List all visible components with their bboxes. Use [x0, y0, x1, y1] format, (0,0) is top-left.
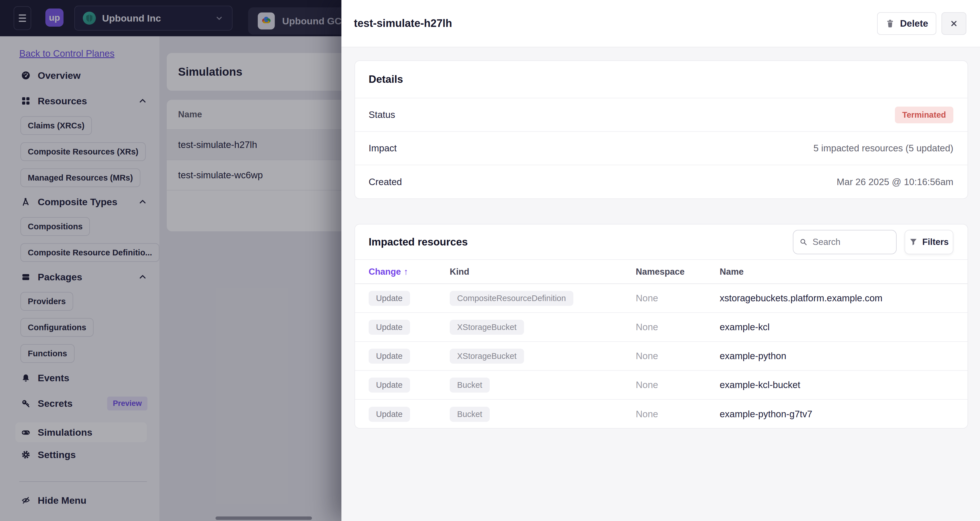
impacted-resources-card: Impacted resources Filters Change — [355, 224, 968, 429]
change-badge: Update — [369, 378, 410, 392]
created-label: Created — [369, 176, 402, 187]
kind-badge: Bucket — [450, 407, 490, 422]
impacted-resources-title: Impacted resources — [369, 236, 468, 248]
change-badge: Update — [369, 407, 410, 422]
app-window: up Upbound Inc — [0, 0, 980, 521]
column-change-sort[interactable]: Change ↑ — [369, 267, 408, 277]
filters-button[interactable]: Filters — [905, 230, 953, 254]
kind-badge: CompositeResourceDefinition — [450, 291, 573, 306]
kind-badge: Bucket — [450, 378, 490, 392]
kind-badge: XStorageBucket — [450, 349, 524, 364]
column-kind[interactable]: Kind — [450, 267, 469, 276]
status-row: Status Terminated — [355, 98, 967, 132]
impacted-table-header: Change ↑ Kind Namespace Name — [355, 260, 967, 284]
change-badge: Update — [369, 349, 410, 364]
namespace-cell: None — [636, 293, 658, 303]
name-cell: example-python — [720, 351, 786, 361]
close-icon — [949, 19, 959, 29]
namespace-cell: None — [636, 322, 658, 332]
namespace-cell: None — [636, 380, 658, 390]
change-badge: Update — [369, 320, 410, 335]
column-namespace[interactable]: Namespace — [636, 267, 684, 276]
impact-value: 5 impacted resources (5 updated) — [813, 143, 953, 154]
search-input-wrapper — [793, 230, 897, 254]
name-cell: example-kcl — [720, 322, 770, 332]
details-card: Details Status Terminated Impact 5 impac… — [355, 60, 968, 199]
impacted-row[interactable]: Update XStorageBucket None example-pytho… — [355, 342, 967, 371]
drawer-backdrop[interactable] — [0, 0, 341, 521]
impacted-resources-header: Impacted resources Filters — [355, 224, 967, 260]
status-label: Status — [369, 110, 395, 120]
name-cell: example-kcl-bucket — [720, 380, 800, 390]
status-badge: Terminated — [895, 106, 953, 123]
kind-badge: XStorageBucket — [450, 320, 524, 335]
name-cell: example-python-g7tv7 — [720, 409, 812, 419]
impacted-row[interactable]: Update CompositeResourceDefinition None … — [355, 284, 967, 313]
details-card-title: Details — [355, 61, 967, 98]
impacted-row[interactable]: Update Bucket None example-python-g7tv7 — [355, 400, 967, 429]
delete-button[interactable]: Delete — [877, 12, 936, 35]
namespace-cell: None — [636, 409, 658, 419]
delete-label: Delete — [900, 18, 928, 29]
name-cell: xstoragebuckets.platform.example.com — [720, 293, 883, 303]
trash-icon — [885, 19, 895, 29]
drawer-header: test-simulate-h27lh Delete — [341, 0, 980, 47]
column-change-label: Change — [369, 267, 401, 277]
change-badge: Update — [369, 291, 410, 306]
impacted-row[interactable]: Update Bucket None example-kcl-bucket — [355, 371, 967, 400]
close-button[interactable] — [942, 12, 966, 35]
impacted-row[interactable]: Update XStorageBucket None example-kcl — [355, 313, 967, 342]
created-value: Mar 26 2025 @ 10:16:56am — [837, 176, 953, 187]
impact-label: Impact — [369, 143, 397, 154]
sort-arrow-up-icon: ↑ — [404, 267, 408, 277]
impact-row: Impact 5 impacted resources (5 updated) — [355, 132, 967, 165]
drawer-title: test-simulate-h27lh — [354, 17, 452, 30]
column-name[interactable]: Name — [720, 267, 743, 276]
search-input[interactable] — [812, 237, 890, 248]
filters-label: Filters — [922, 237, 948, 247]
filter-icon — [909, 238, 918, 246]
namespace-cell: None — [636, 351, 658, 361]
search-icon — [800, 238, 808, 246]
created-row: Created Mar 26 2025 @ 10:16:56am — [355, 165, 967, 199]
simulation-detail-drawer: test-simulate-h27lh Delete Details Statu… — [341, 0, 980, 521]
